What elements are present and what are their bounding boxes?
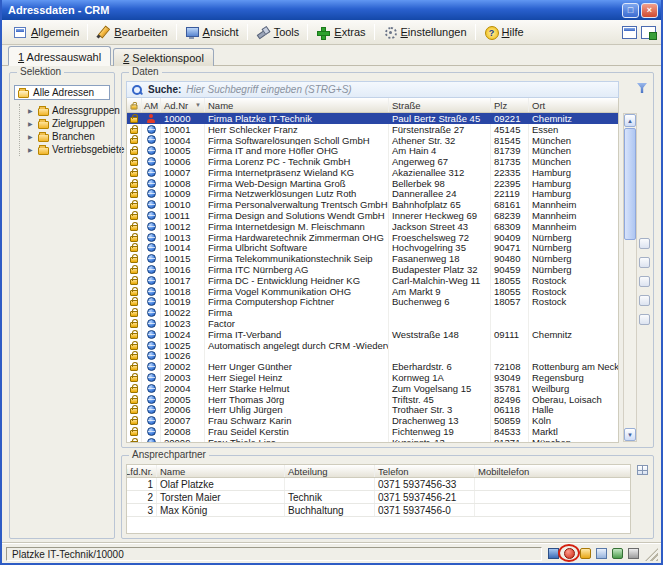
status-connection-icon[interactable]	[548, 548, 559, 559]
scroll-down-button[interactable]: ▼	[624, 428, 636, 441]
contact-row[interactable]: 1Olaf Platzke0371 5937456-33	[127, 478, 630, 491]
menu-item-extras[interactable]: Extras	[310, 24, 371, 41]
address-row[interactable]: 10004Firma Softwarelösungen Scholl GmbHA…	[127, 135, 618, 146]
address-row[interactable]: 20004Herr Starke HelmutZum Vogelsang 153…	[127, 383, 618, 394]
scroll-up-button[interactable]: ▲	[624, 114, 636, 127]
address-row[interactable]: 10001Herr Schlecker FranzFürstenstraße 2…	[127, 124, 618, 135]
side-tool-icon-4[interactable]	[639, 295, 650, 306]
expander-icon[interactable]: ▶	[28, 120, 35, 127]
tree-item-vertriebsgebiete[interactable]: ▶Vertriebsgebiete	[28, 143, 110, 156]
address-row[interactable]: 10000Firma Platzke IT-TechnikPaul Bertz …	[127, 113, 618, 124]
cell-adnr: 10016	[161, 264, 205, 275]
contact-header-telefon[interactable]: Telefon	[375, 465, 475, 477]
tree-item-branchen[interactable]: ▶Branchen	[28, 130, 110, 143]
contact-row[interactable]: 3Max KönigBuchhaltung0371 5937456-0	[127, 504, 630, 517]
tree-item-adressgruppen[interactable]: ▶Adressgruppen	[28, 104, 110, 117]
status-user-icon[interactable]	[580, 548, 591, 559]
address-row[interactable]: 10026	[127, 351, 618, 362]
address-row[interactable]: 10005Firma IT and more Höfler OHGAm Hain…	[127, 145, 618, 156]
contact-row[interactable]: 2Torsten MaierTechnik0371 5937456-21	[127, 491, 630, 504]
address-row[interactable]: 10006Firma Lorenz PC - Technik GmbHAnger…	[127, 156, 618, 167]
lock-icon	[130, 246, 138, 252]
address-row[interactable]: 10025Automatisch angelegt durch CRM -Wie…	[127, 340, 618, 351]
tab-adressauswahl[interactable]: 1 Adressauswahl	[8, 46, 111, 66]
address-row[interactable]: 10024Firma IT-VerbandWeststraße 14809111…	[127, 329, 618, 340]
search-input[interactable]: Hier Suchbegriff eingeben (STRG+S)	[186, 84, 614, 95]
lock-icon	[130, 160, 138, 166]
tab-selektionspool[interactable]: 2 Selektionspool	[113, 48, 214, 66]
address-row[interactable]: 10017Firma DC - Entwicklung Heidner KGCa…	[127, 275, 618, 286]
status-alert-icon[interactable]	[564, 548, 575, 559]
address-row[interactable]: 10013Firma Hardwaretechnik Zimmerman OHG…	[127, 232, 618, 243]
daten-title: Daten	[129, 66, 162, 78]
window-list-icon[interactable]	[622, 26, 637, 39]
menu-item-allgemein[interactable]: Allgemein	[7, 24, 85, 41]
address-row[interactable]: 20003Herr Siegel HeinzKornweg 1A93049Reg…	[127, 372, 618, 383]
menu-item-einstellungen[interactable]: Einstellungen	[377, 24, 473, 41]
contact-header-lfdnr[interactable]: Lfd.Nr.	[127, 465, 157, 477]
cell-plz	[491, 340, 529, 351]
address-row[interactable]: 10012Firma Internetdesign M. Fleischmann…	[127, 221, 618, 232]
vertical-scrollbar[interactable]: ▲ ▼	[623, 113, 637, 442]
address-row[interactable]: 20006Herr Uhlig JürgenTrothaer Str. 3061…	[127, 405, 618, 416]
column-header-lock[interactable]	[127, 98, 142, 112]
address-row[interactable]: 10018Firma Vogel Kommunikation OHGAm Mar…	[127, 286, 618, 297]
menu-item-bearbeiten[interactable]: Bearbeiten	[90, 24, 173, 41]
globe-icon	[147, 243, 156, 252]
close-button[interactable]: ×	[641, 3, 658, 18]
restore-button[interactable]: □	[622, 3, 639, 18]
column-header-adnr[interactable]: Ad.Nr▼	[161, 98, 205, 112]
address-row[interactable]: 10016Firma ITC Nürnberg AGBudapester Pla…	[127, 264, 618, 275]
cell-lock	[127, 124, 142, 135]
expander-icon[interactable]: ▶	[28, 146, 35, 153]
address-row[interactable]: 20002Herr Unger GüntherEberhardstr. 6721…	[127, 361, 618, 372]
cell-plz: 45145	[491, 124, 529, 135]
address-row[interactable]: 10014Firma Ulbricht SoftwareHochvogelrin…	[127, 243, 618, 254]
address-row[interactable]: 10007Firma Internetpräsenz Wieland KGAka…	[127, 167, 618, 178]
contact-header-name[interactable]: Name	[157, 465, 285, 477]
address-row[interactable]: 10022Firma	[127, 307, 618, 318]
grid-icon[interactable]	[637, 465, 648, 475]
cell-strasse	[389, 340, 491, 351]
contact-header-mobiltelefon[interactable]: Mobiltelefon	[475, 465, 630, 477]
column-header-strasse[interactable]: Straße	[389, 98, 491, 112]
expander-icon[interactable]: ▶	[28, 133, 35, 140]
menu-item-tools[interactable]: Tools	[250, 24, 306, 41]
filter-icon[interactable]	[637, 83, 647, 93]
column-header-am[interactable]: AM	[142, 98, 161, 112]
address-row[interactable]: 10019Firma Computershop FichtnerBuchenwe…	[127, 297, 618, 308]
status-database-icon[interactable]	[612, 548, 623, 559]
tree-root-alle-adressen[interactable]: Alle Adressen	[14, 85, 110, 100]
address-row[interactable]: 20005Herr Thomas JörgTriftstr. 4582496Ob…	[127, 394, 618, 405]
side-tool-icon-3[interactable]	[639, 276, 650, 287]
resize-grip[interactable]	[645, 548, 658, 561]
address-row[interactable]: 10011Firma Design and Solutions Wendt Gm…	[127, 210, 618, 221]
side-tool-icon-2[interactable]	[639, 257, 650, 268]
side-tool-icon-1[interactable]	[639, 238, 650, 249]
address-row[interactable]: 10009Firma Netzwerklösungen Lutz RothDan…	[127, 189, 618, 200]
address-row[interactable]: 20007Frau Schwarz KarinDrachenweg 135085…	[127, 415, 618, 426]
tree-item-zielgruppen[interactable]: ▶Zielgruppen	[28, 117, 110, 130]
menu-bar: AllgemeinBearbeitenAnsichtToolsExtrasEin…	[2, 20, 661, 45]
status-lock-icon[interactable]	[596, 548, 607, 559]
menu-item-hilfe[interactable]: Hilfe	[478, 24, 530, 41]
cell-adnr: 10004	[161, 135, 205, 146]
address-row[interactable]: 20008Frau Seidel KerstinFichtenweg 19845…	[127, 426, 618, 437]
side-tool-icon-5[interactable]	[639, 314, 650, 325]
address-row[interactable]: 20009Frau Thiele LisaKyreinstr. 1381371M…	[127, 437, 618, 443]
scroll-thumb[interactable]	[624, 128, 636, 240]
address-row[interactable]: 10015Firma Telekommunikationstechnik Sei…	[127, 253, 618, 264]
address-row[interactable]: 10008Firma Web-Design Martina GroßBeller…	[127, 178, 618, 189]
contact-header-abteilung[interactable]: Abteilung	[285, 465, 375, 477]
column-header-ort[interactable]: Ort	[529, 98, 618, 112]
window-new-icon[interactable]	[641, 26, 656, 39]
menu-item-ansicht[interactable]: Ansicht	[179, 24, 245, 41]
cell-name	[205, 351, 389, 362]
status-printer-icon[interactable]	[628, 548, 639, 559]
column-header-name[interactable]: Name	[205, 98, 389, 112]
lock-icon	[130, 236, 138, 242]
column-header-plz[interactable]: Plz	[491, 98, 529, 112]
expander-icon[interactable]: ▶	[28, 107, 35, 114]
address-row[interactable]: 10023Factor	[127, 318, 618, 329]
address-row[interactable]: 10010Firma Personalverwaltung Trentsch G…	[127, 199, 618, 210]
